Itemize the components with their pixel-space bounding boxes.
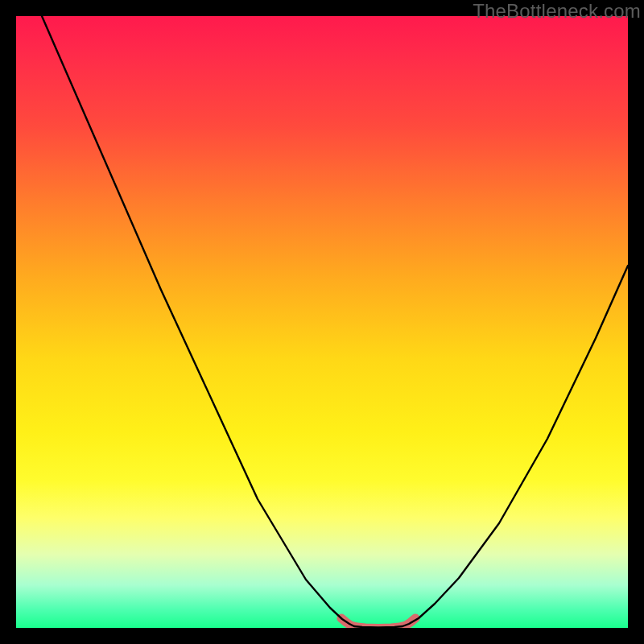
bottleneck-curve-path bbox=[42, 16, 628, 628]
watermark-text: TheBottleneck.com bbox=[473, 0, 641, 23]
bottleneck-chart bbox=[16, 16, 628, 628]
chart-frame bbox=[16, 16, 628, 628]
